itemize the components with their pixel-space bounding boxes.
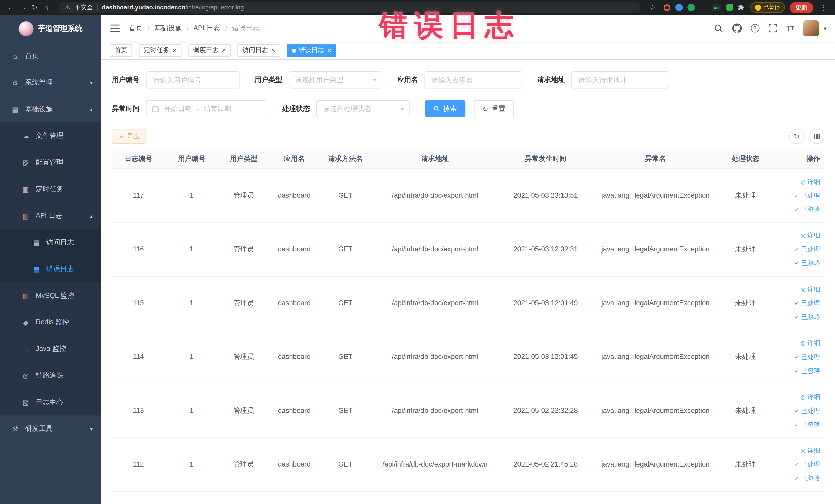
action-detail-link[interactable]: ◎详细 (772, 282, 820, 296)
search-icon[interactable] (714, 24, 723, 33)
forward-icon[interactable]: → (17, 3, 29, 11)
sidebar-item-file[interactable]: ☁文件管理 (0, 122, 101, 149)
action-ignore-link[interactable]: ✓已忽略 (772, 310, 820, 323)
update-button[interactable]: 更新 (790, 2, 813, 13)
back-icon[interactable]: ← (5, 3, 17, 11)
chevron-down-icon[interactable]: ▾ (824, 25, 826, 31)
action-done-link[interactable]: ✓已处理 (772, 457, 820, 471)
app-logo[interactable]: 芋道管理系统 (0, 15, 101, 43)
table-row: 1171管理员dashboardGET/api/infra/db-doc/exp… (112, 168, 824, 222)
request-url-input[interactable] (571, 72, 669, 88)
action-done-link[interactable]: ✓已处理 (772, 350, 820, 364)
user-id-input[interactable] (146, 72, 240, 88)
breadcrumb-item-3[interactable]: API 日志 (194, 23, 221, 33)
action-detail-link[interactable]: ◎详细 (772, 228, 820, 242)
hamburger-icon[interactable] (109, 24, 120, 32)
font-size-icon[interactable]: TT (786, 24, 794, 32)
extension-icon-green[interactable] (687, 4, 695, 11)
action-done-link[interactable]: ✓已处理 (772, 404, 820, 418)
app-name-input[interactable] (424, 72, 522, 88)
sidebar-item-system[interactable]: ⚙系统管理▾ (0, 69, 101, 96)
breadcrumb-separator: / (187, 24, 189, 32)
close-icon[interactable]: × (327, 47, 331, 54)
browser-chrome: ← → ↻ ⌂ ⚠ 不安全 dashboard.yudao.iocoder.cn… (0, 0, 835, 15)
api-log-icon: ▦ (21, 212, 30, 220)
exception-time-range-picker[interactable]: 开始日期 - 结束日期 (146, 100, 267, 117)
column-settings-button[interactable] (809, 129, 824, 144)
process-status-select[interactable]: 请选择处理状态 ▾ (316, 100, 410, 117)
paused-badge[interactable]: 已暂停 (750, 2, 785, 13)
sidebar-item-error-log[interactable]: ▤错误日志 (0, 256, 101, 282)
check-icon: ✓ (794, 367, 799, 374)
sidebar-item-label: 系统管理 (25, 78, 53, 87)
breadcrumb: 首页/基础设施/API 日志/错误日志 (129, 23, 260, 33)
action-ignore-link[interactable]: ✓已忽略 (772, 202, 820, 216)
sidebar-item-config[interactable]: ▨配置管理 (0, 149, 101, 176)
tab-job-log[interactable]: 调度日志× (188, 44, 231, 57)
sidebar-item-home[interactable]: ⌂首页 (0, 43, 101, 69)
extension-icon-on-badge[interactable]: on (712, 4, 721, 11)
action-label: 已处理 (801, 461, 820, 468)
browser-menu-dots-icon[interactable]: ⋮ (818, 3, 830, 11)
close-icon[interactable]: × (271, 47, 275, 54)
close-icon[interactable]: × (222, 47, 226, 54)
search-button[interactable]: 搜索 (425, 100, 466, 117)
export-button[interactable]: 导出 (112, 129, 146, 144)
action-label: 详细 (807, 447, 820, 454)
cell-log-id: 115 (112, 276, 165, 330)
extensions-puzzle-icon[interactable] (738, 4, 745, 11)
action-done-link[interactable]: ✓已处理 (772, 188, 820, 202)
sidebar-item-label: 定时任务 (36, 184, 63, 194)
address-bar[interactable]: ⚠ 不安全 dashboard.yudao.iocoder.cn/infra/l… (59, 2, 640, 13)
sidebar-item-infra[interactable]: ▤基础设施▴ (0, 96, 101, 122)
action-detail-link[interactable]: ◎详细 (772, 174, 820, 188)
fullscreen-icon[interactable] (768, 24, 777, 32)
close-icon[interactable]: × (172, 47, 177, 54)
sidebar-item-java[interactable]: ☕Java 监控 (0, 336, 101, 362)
sidebar-item-log-center[interactable]: ▧日志中心 (0, 389, 101, 416)
action-detail-link[interactable]: ◎详细 (772, 336, 820, 350)
sidebar-item-dev-tools[interactable]: ⚒研发工具▾ (0, 416, 101, 442)
reset-button[interactable]: ↻ 重置 (474, 100, 514, 117)
extension-icon-drop[interactable] (675, 4, 683, 11)
sidebar-item-tracing[interactable]: ◎链路追踪 (0, 362, 101, 389)
action-ignore-link[interactable]: ✓已忽略 (772, 256, 820, 270)
user-type-select[interactable]: 请选择用户类型 ▾ (288, 72, 382, 88)
sidebar-item-api-log[interactable]: ▦API 日志▴ (0, 202, 101, 229)
breadcrumb-item-2[interactable]: 基础设施 (154, 23, 182, 33)
browser-home-icon[interactable]: ⌂ (41, 3, 53, 11)
check-icon: ✓ (794, 314, 799, 320)
action-detail-link[interactable]: ◎详细 (772, 390, 820, 404)
action-detail-link[interactable]: ◎详细 (772, 443, 820, 457)
action-ignore-link[interactable]: ✓已忽略 (772, 471, 820, 485)
breadcrumb-item-1[interactable]: 首页 (129, 23, 143, 33)
sidebar-item-redis[interactable]: ◆Redis 监控 (0, 309, 101, 336)
main-area: 首页/基础设施/API 日志/错误日志 ? TT ▾ (101, 15, 835, 504)
column-header-0: 日志编号 (112, 149, 165, 168)
action-ignore-link[interactable]: ✓已忽略 (772, 417, 820, 431)
action-done-link[interactable]: ✓已处理 (772, 242, 820, 256)
extension-icon-sprout[interactable] (726, 4, 733, 11)
breadcrumb-item-4: 错误日志 (232, 23, 260, 33)
avatar[interactable] (803, 20, 819, 36)
help-icon[interactable]: ? (751, 24, 759, 32)
tab-error-log[interactable]: 错误日志× (287, 44, 336, 57)
extension-icon-grid[interactable] (699, 4, 707, 11)
reload-icon[interactable]: ↻ (29, 3, 41, 11)
tab-home[interactable]: 首页 (109, 44, 132, 57)
cell-exception-time: 2021-05-03 23:13:51 (499, 168, 592, 222)
sidebar-item-access-log[interactable]: ▤访问日志 (0, 229, 101, 256)
action-label: 已忽略 (801, 313, 820, 320)
chevron-down-icon: ▾ (90, 426, 93, 432)
sidebar-item-mysql[interactable]: ▥MySQL 监控 (0, 282, 101, 309)
tab-access-log[interactable]: 访问日志× (238, 44, 280, 57)
action-done-link[interactable]: ✓已处理 (772, 296, 820, 310)
tab-job[interactable]: 定时任务× (139, 44, 181, 57)
cell-status: 未处理 (719, 168, 772, 222)
sidebar-item-job[interactable]: ▣定时任务 (0, 176, 101, 203)
action-ignore-link[interactable]: ✓已忽略 (772, 364, 820, 378)
bookmark-star-icon[interactable]: ☆ (647, 3, 659, 11)
github-icon[interactable] (732, 23, 741, 33)
refresh-table-button[interactable]: ↻ (789, 129, 804, 144)
extension-icon-ring[interactable] (663, 4, 670, 11)
